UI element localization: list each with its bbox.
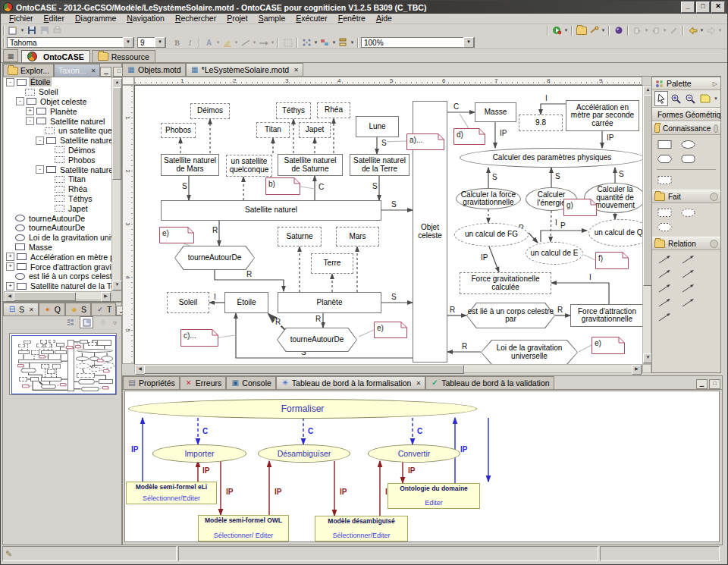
tree-item[interactable]: Téthys xyxy=(4,194,111,204)
layout-dropdown-icon[interactable]: ▼ xyxy=(350,40,355,45)
close-icon[interactable] xyxy=(293,67,299,74)
diagram-node[interactable]: Phobos xyxy=(161,123,196,138)
save-as-icon[interactable] xyxy=(38,25,51,36)
note-annotation[interactable]: e) xyxy=(374,322,407,338)
outline-menu-icon[interactable]: ▽ xyxy=(112,320,118,325)
diagram-edge[interactable] xyxy=(541,231,587,242)
run-icon[interactable] xyxy=(551,25,563,36)
maximize-view-icon[interactable]: □ xyxy=(709,379,720,389)
tree-expander-icon[interactable]: + xyxy=(6,253,14,261)
editor-horizontal-scrollbar[interactable]: ◀▶ xyxy=(134,364,642,373)
diagram-edge[interactable] xyxy=(218,335,236,337)
tree-item[interactable]: -Satellite naturel de Saturne xyxy=(4,165,111,174)
menu-item-fenêtre[interactable]: Fenêtre xyxy=(333,14,371,24)
outline-tab-4[interactable]: T xyxy=(91,303,116,315)
editor-tab-objets[interactable]: Objets.motd xyxy=(122,63,186,76)
menu-item-fichier[interactable]: Fichier xyxy=(4,14,39,24)
bold-button[interactable]: B xyxy=(171,37,184,49)
outline-tab-3[interactable]: S xyxy=(65,303,91,315)
bottom-tab-4[interactable]: Tableau de bord à la formalisation xyxy=(276,376,425,389)
menu-item-editer[interactable]: Editer xyxy=(39,14,70,24)
arrow-tool-icon[interactable] xyxy=(657,312,673,323)
diagram-node[interactable]: Satellite naturel xyxy=(161,200,381,221)
roundrect-tool-icon[interactable] xyxy=(680,153,697,165)
diagram-edge[interactable] xyxy=(359,330,374,337)
diagram-node[interactable]: un calcul de E xyxy=(526,242,583,265)
menu-item-exécuter[interactable]: Exécuter xyxy=(290,14,332,24)
dashboard-box-link[interactable]: Sélectionner/Editer xyxy=(315,532,407,539)
next-annotation-icon[interactable] xyxy=(631,25,644,36)
tree-item[interactable]: -Objet celeste xyxy=(4,97,111,107)
palette-section-3[interactable]: Fait xyxy=(652,190,720,203)
note-annotation[interactable]: b) xyxy=(265,177,300,195)
rect-dashed-tool-icon[interactable] xyxy=(657,207,673,218)
palette-section-1[interactable]: Formes Géométriq... xyxy=(652,108,720,121)
tree-item[interactable]: Loi de la gravitation universelle xyxy=(4,233,111,243)
perspective-tab-ontocase[interactable]: OntoCASE xyxy=(21,50,90,62)
layout-icon[interactable] xyxy=(337,37,350,49)
arrow-tool-icon[interactable] xyxy=(657,254,673,265)
menu-item-projet[interactable]: Projet xyxy=(221,14,253,24)
zoom-in-tool-icon[interactable] xyxy=(670,91,683,106)
tree-horizontal-scrollbar[interactable]: ◀▶ xyxy=(4,291,111,300)
tab-explorer[interactable]: Explor... xyxy=(3,64,54,77)
link-dropdown-icon[interactable]: ▼ xyxy=(601,28,606,33)
hex-dashed-tool-icon[interactable] xyxy=(657,221,673,233)
align-icon[interactable] xyxy=(318,37,331,49)
tree-item[interactable]: est lié à un corps celestre par xyxy=(4,272,111,281)
font-color-button[interactable]: A xyxy=(202,37,215,49)
diagram-node[interactable]: Japet xyxy=(299,122,331,138)
menu-item-rechercher[interactable]: Rechercher xyxy=(170,14,221,24)
editor-tab-lesystemesolaire[interactable]: *LeSystèmeSolaire.motd xyxy=(186,63,303,76)
hex-tool-icon[interactable] xyxy=(657,153,673,165)
palette-collapse-icon[interactable]: ▷ xyxy=(713,80,717,87)
diagram-node[interactable]: Rhéa xyxy=(317,102,350,118)
external-tool-icon[interactable] xyxy=(612,25,625,36)
tree-item[interactable]: un satellite quelconque xyxy=(4,126,111,136)
tree-item[interactable]: Titan xyxy=(4,174,111,184)
dashboard-task-ellipse[interactable]: Formaliser xyxy=(128,399,477,419)
diagram-edge[interactable] xyxy=(584,255,595,260)
arrow-tool-icon[interactable] xyxy=(680,268,697,280)
menu-item-diagramme[interactable]: Diagramme xyxy=(70,14,121,24)
tree-item[interactable]: -Satellite naturel de Mars xyxy=(4,136,111,146)
dashboard-task-ellipse[interactable]: Importer xyxy=(152,444,246,463)
tree-item[interactable]: +Accélération en mètre par seconde xyxy=(4,252,111,262)
note-annotation[interactable]: d) xyxy=(453,128,485,145)
bottom-tab-2[interactable]: Erreurs xyxy=(180,376,226,389)
new-wizard-icon[interactable] xyxy=(7,25,20,36)
diagram-node[interactable]: Étoile xyxy=(224,292,268,313)
prev-annotation-dropdown-icon[interactable]: ▼ xyxy=(662,28,667,33)
back-dropdown-icon[interactable]: ▼ xyxy=(699,28,704,33)
diagram-node[interactable]: est lié à un corps celestre par xyxy=(466,303,555,328)
note-annotation[interactable]: c)... xyxy=(180,329,218,347)
tree-expander-icon[interactable]: + xyxy=(6,282,14,290)
fill-color-dropdown-icon[interactable]: ▼ xyxy=(234,40,239,45)
tree-expander-icon[interactable]: - xyxy=(16,97,24,105)
select-tool-icon[interactable] xyxy=(654,91,668,106)
tab-taxonomy[interactable]: Taxon... xyxy=(54,64,100,77)
bottom-tab-3[interactable]: Console xyxy=(226,376,276,389)
tree-item[interactable]: Soleil xyxy=(4,87,111,97)
font-select-arrow-icon[interactable]: ▼ xyxy=(123,37,133,48)
close-icon[interactable] xyxy=(416,380,421,387)
diagram-node[interactable]: Déimos xyxy=(190,103,230,119)
palette-section-4[interactable]: Relation xyxy=(652,237,720,250)
diagram-node[interactable]: tourneAutourDe xyxy=(174,246,255,270)
arrow-style-icon[interactable] xyxy=(257,37,270,49)
drawer-pin-icon[interactable] xyxy=(710,193,718,201)
new-dropdown-icon[interactable]: ▼ xyxy=(20,28,25,33)
run-dropdown-icon[interactable]: ▼ xyxy=(563,28,569,33)
line-style-icon[interactable] xyxy=(239,37,252,49)
outline-extra-icon[interactable] xyxy=(96,317,109,328)
prev-annotation-icon[interactable] xyxy=(649,25,662,36)
menu-item-aide[interactable]: Aide xyxy=(371,14,397,24)
tree-expander-icon[interactable]: + xyxy=(26,107,34,115)
drawer-pin-icon[interactable] xyxy=(714,124,718,133)
diagram-node[interactable]: Loi de la gravitation universelle xyxy=(481,340,578,365)
print-icon[interactable] xyxy=(51,25,64,36)
tree-expander-icon[interactable]: - xyxy=(26,117,34,125)
font-color-dropdown-icon[interactable]: ▼ xyxy=(215,40,221,45)
zoom-out-tool-icon[interactable] xyxy=(684,91,698,106)
zoom-select-arrow-icon[interactable]: ▼ xyxy=(463,37,474,48)
